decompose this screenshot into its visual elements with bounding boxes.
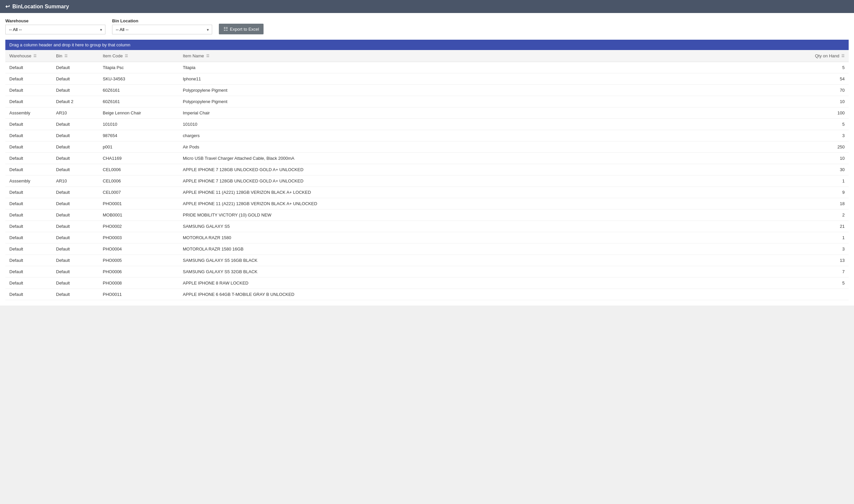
bin-location-filter-group: Bin Location -- All -- (112, 18, 212, 34)
cell-itemName: APPLE IPHONE 8 RAW LOCKED (179, 277, 805, 289)
page-title: BinLocation Summary (12, 4, 69, 10)
cell-bin: Default (52, 221, 99, 232)
bin-location-select[interactable]: -- All -- (112, 25, 212, 34)
cell-qtyOnHand: 1 (805, 232, 849, 244)
table-row: DefaultDefaultPHO0002SAMSUNG GALAXY S521 (5, 221, 849, 232)
cell-warehouse: Default (5, 130, 52, 141)
cell-warehouse: Default (5, 266, 52, 277)
qty-filter-icon[interactable]: ☰ (841, 54, 844, 58)
table-header-row: Warehouse ☰ Bin ☰ Item Code ☰ (5, 50, 849, 62)
cell-itemName: SAMSUNG GALAXY S5 16GB BLACK (179, 255, 805, 266)
cell-itemCode: PHO0006 (99, 266, 179, 277)
cell-qtyOnHand: 250 (805, 141, 849, 153)
export-to-excel-button[interactable]: ☷ Export to Excel (219, 24, 264, 34)
cell-qtyOnHand: 18 (805, 198, 849, 210)
cell-itemCode: PHO0002 (99, 221, 179, 232)
cell-itemCode: 987654 (99, 130, 179, 141)
cell-bin: Default (52, 198, 99, 210)
cell-qtyOnHand: 5 (805, 119, 849, 130)
back-icon[interactable]: ↩ (5, 3, 10, 10)
bin-location-table: Warehouse ☰ Bin ☰ Item Code ☰ (5, 50, 849, 300)
table-row: DefaultDefaultp001Air Pods250 (5, 141, 849, 153)
cell-bin: Default (52, 232, 99, 244)
table-row: DefaultDefaultCHA1169Micro USB Travel Ch… (5, 153, 849, 164)
itemcode-filter-icon[interactable]: ☰ (125, 54, 128, 58)
table-body: DefaultDefaultTilapia PscTilapia5Default… (5, 62, 849, 300)
cell-itemName: PRIDE MOBILITY VICTORY (10) GOLD NEW (179, 210, 805, 221)
table-row: DefaultDefault60Z6161Polypropylene Pigme… (5, 85, 849, 96)
table-row: AsssemblyAR10Beige Lennon ChairImperial … (5, 107, 849, 119)
cell-itemCode: CEL0006 (99, 164, 179, 176)
cell-qtyOnHand: 10 (805, 96, 849, 107)
cell-itemCode: PHO0004 (99, 244, 179, 255)
cell-warehouse: Default (5, 221, 52, 232)
cell-warehouse: Default (5, 210, 52, 221)
cell-itemName: APPLE IPHONE 7 128GB UNLOCKED GOLD A+ UN… (179, 176, 805, 187)
content-area: Warehouse -- All -- Bin Location -- All … (0, 13, 854, 306)
table-row: DefaultDefaultPHO0001APPLE IPHONE 11 (A2… (5, 198, 849, 210)
table-row: DefaultDefaultSKU-34563Iphone1154 (5, 73, 849, 85)
table-row: DefaultDefaultCEL0007APPLE IPHONE 11 (A2… (5, 187, 849, 198)
cell-bin: Default (52, 153, 99, 164)
table-row: DefaultDefaultPHO0011APPLE IPHONE 6 64GB… (5, 289, 849, 300)
cell-bin: Default (52, 255, 99, 266)
cell-qtyOnHand: 5 (805, 62, 849, 73)
itemname-filter-icon[interactable]: ☰ (206, 54, 210, 58)
cell-qtyOnHand: 3 (805, 244, 849, 255)
cell-qtyOnHand: 100 (805, 107, 849, 119)
cell-qtyOnHand: 54 (805, 73, 849, 85)
cell-warehouse: Default (5, 198, 52, 210)
bin-location-label: Bin Location (112, 18, 212, 23)
cell-warehouse: Asssembly (5, 176, 52, 187)
cell-itemName: MOTOROLA RAZR 1580 16GB (179, 244, 805, 255)
cell-itemCode: PHO0011 (99, 289, 179, 300)
cell-itemCode: SKU-34563 (99, 73, 179, 85)
cell-itemName: APPLE IPHONE 7 128GB UNLOCKED GOLD A+ UN… (179, 164, 805, 176)
th-item-name: Item Name ☰ (179, 50, 805, 62)
cell-warehouse: Default (5, 73, 52, 85)
th-warehouse: Warehouse ☰ (5, 50, 52, 62)
cell-itemName: APPLE IPHONE 6 64GB T-MOBILE GRAY B UNLO… (179, 289, 805, 300)
table-row: DefaultDefault987654chargers3 (5, 130, 849, 141)
cell-warehouse: Default (5, 244, 52, 255)
cell-qtyOnHand: 5 (805, 277, 849, 289)
cell-bin: Default (52, 164, 99, 176)
cell-itemCode: MOB0001 (99, 210, 179, 221)
cell-warehouse: Default (5, 62, 52, 73)
cell-bin: Default (52, 141, 99, 153)
cell-warehouse: Default (5, 153, 52, 164)
warehouse-select[interactable]: -- All -- (5, 25, 105, 34)
th-item-code: Item Code ☰ (99, 50, 179, 62)
cell-warehouse: Default (5, 187, 52, 198)
table-row: DefaultDefaultTilapia PscTilapia5 (5, 62, 849, 73)
cell-warehouse: Default (5, 277, 52, 289)
cell-warehouse: Default (5, 164, 52, 176)
cell-bin: Default (52, 187, 99, 198)
cell-qtyOnHand: 7 (805, 266, 849, 277)
cell-bin: Default (52, 277, 99, 289)
cell-qtyOnHand (805, 289, 849, 300)
cell-itemName: SAMSUNG GALAXY S5 (179, 221, 805, 232)
cell-bin: Default (52, 73, 99, 85)
bin-filter-icon[interactable]: ☰ (65, 54, 68, 58)
cell-warehouse: Default (5, 119, 52, 130)
table-row: AsssemblyAR10CEL0006APPLE IPHONE 7 128GB… (5, 176, 849, 187)
cell-itemCode: Tilapia Psc (99, 62, 179, 73)
cell-itemCode: Beige Lennon Chair (99, 107, 179, 119)
drag-hint-bar: Drag a column header and drop it here to… (5, 40, 849, 50)
cell-itemName: 101010 (179, 119, 805, 130)
cell-itemCode: PHO0001 (99, 198, 179, 210)
cell-itemName: Polypropylene Pigment (179, 96, 805, 107)
cell-warehouse: Default (5, 232, 52, 244)
cell-itemCode: CEL0007 (99, 187, 179, 198)
warehouse-filter-icon[interactable]: ☰ (33, 54, 37, 58)
cell-bin: Default (52, 289, 99, 300)
table-row: DefaultDefaultMOB0001PRIDE MOBILITY VICT… (5, 210, 849, 221)
cell-warehouse: Default (5, 255, 52, 266)
cell-bin: AR10 (52, 107, 99, 119)
cell-bin: Default (52, 62, 99, 73)
cell-bin: AR10 (52, 176, 99, 187)
cell-qtyOnHand: 2 (805, 210, 849, 221)
cell-itemName: Polypropylene Pigment (179, 85, 805, 96)
bin-select-wrapper: -- All -- (112, 25, 212, 34)
